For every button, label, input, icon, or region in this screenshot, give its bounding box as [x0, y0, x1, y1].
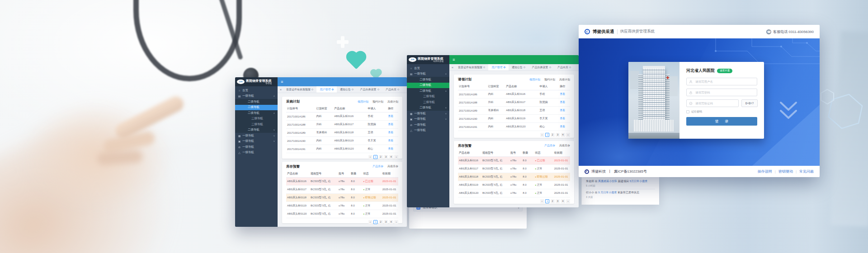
sidebar-item[interactable]: 二级导航 ∨ — [235, 127, 278, 133]
page-button[interactable]: 1 — [373, 155, 377, 159]
page-button[interactable]: › — [394, 155, 398, 159]
footer-link[interactable]: 操作说明 — [758, 169, 772, 174]
tab[interactable]: 通知公告 — [337, 86, 357, 93]
sidebar-item[interactable]: 二级导航 — [235, 99, 278, 105]
plan-filter-link[interactable]: 高值计划 — [559, 78, 570, 82]
page-button[interactable]: 2 — [379, 220, 383, 224]
password-input[interactable] — [694, 90, 755, 94]
tab[interactable]: 资质证件有效期预警 — [455, 64, 489, 70]
hamburger-icon[interactable]: ≡ — [453, 58, 455, 62]
view-link[interactable]: 查看 — [559, 107, 570, 115]
username-input[interactable] — [694, 80, 755, 84]
sidebar-item[interactable]: 二级导航 — [407, 77, 449, 83]
sidebar-item[interactable]: ▦ 一级导航 ∨ — [407, 111, 449, 117]
page-button[interactable]: 4 — [389, 220, 393, 224]
hamburger-icon[interactable]: ≡ — [281, 80, 283, 84]
view-link[interactable]: 查看 — [559, 115, 570, 123]
stock-filter-link[interactable]: 高值库存 — [559, 144, 570, 148]
sidebar-item[interactable]: ⌂ 首页 — [407, 66, 449, 71]
page-button[interactable]: 2 — [551, 133, 555, 137]
view-link[interactable]: 查看 — [559, 90, 570, 98]
tab[interactable]: 资质证件有效期预警 — [283, 86, 317, 93]
page-button[interactable]: 1 — [545, 133, 549, 137]
view-link[interactable]: 查看 — [559, 98, 570, 107]
sidebar-item-icon: △ — [238, 151, 241, 154]
sidebar-item[interactable]: ▣ 一级导航 ∨ — [235, 139, 278, 145]
page-button[interactable]: 1 — [545, 199, 549, 203]
page-button[interactable]: 3 — [556, 199, 560, 203]
sidebar-item[interactable]: ▣ 一级导航 ∨ — [407, 117, 449, 122]
hospital-badge[interactable]: 请求开通 — [717, 69, 732, 73]
tab[interactable]: 产品分类设置 — [528, 64, 554, 70]
sidebar-item[interactable]: ⊘ 一级导航 — [235, 144, 278, 150]
collapse-tabs-icon[interactable]: « — [280, 88, 282, 91]
view-link[interactable]: 查看 — [387, 121, 398, 129]
tab[interactable]: 用户管理 — [316, 86, 337, 93]
stock-filter-link[interactable]: 产品库存 — [544, 144, 555, 148]
footer-link[interactable]: 密钥驱动 — [778, 169, 793, 174]
page-button[interactable]: 4 — [561, 133, 565, 137]
page-button[interactable]: ‹ — [540, 133, 544, 137]
captcha-question[interactable]: 6+8=? — [741, 99, 758, 107]
plan-table-row: 20171001A190 内科 ABS床头柜0119 李天翼 查看 — [286, 137, 398, 145]
login-button[interactable]: 登 录 — [686, 117, 757, 126]
page-button[interactable]: 3 — [556, 133, 560, 137]
sidebar-item[interactable]: 二级导航 ∧ — [407, 88, 449, 94]
page-button[interactable]: 2 — [551, 199, 555, 203]
page-button[interactable]: › — [566, 199, 570, 203]
sidebar-item[interactable]: 二级导航 ∧ — [235, 110, 278, 116]
footer-link[interactable]: 常见问题 — [799, 169, 814, 174]
sidebar-item[interactable]: 三级导航 — [235, 122, 278, 127]
sidebar-item[interactable]: 三级导航 — [235, 116, 278, 122]
sidebar-item[interactable]: ▤ 一级导航 ∧ — [407, 71, 449, 77]
sidebar-item[interactable]: 三级导航 — [407, 99, 449, 105]
sidebar-item[interactable]: 三级导航 — [407, 94, 449, 100]
stock-filter-link[interactable]: 高值库存 — [387, 164, 398, 169]
feed-link[interactable]: 5月日常小需求 — [630, 180, 647, 183]
feed-link[interactable]: 5 月日常小需求 — [598, 191, 617, 194]
plan-filter-link[interactable]: 预约计划 — [373, 100, 383, 104]
feed-link[interactable]: 凤凰精英小分队 — [598, 180, 617, 183]
captcha-input[interactable] — [694, 101, 736, 105]
tab[interactable]: 产品出库 — [382, 86, 403, 93]
page-button[interactable]: 4 — [389, 155, 393, 159]
tab[interactable]: 通知公告 — [509, 64, 529, 70]
logo-icon: 博健 — [409, 57, 416, 62]
sidebar-item-label: 一级导航 — [242, 150, 274, 155]
tab[interactable]: 产品分类设置 — [357, 86, 382, 93]
plan-filter-link[interactable]: 高值计划 — [387, 100, 398, 104]
tab[interactable]: 用户管理 — [488, 64, 509, 70]
chevron-down-decoration — [779, 101, 798, 121]
plan-filter-link[interactable]: 领用计划 — [529, 78, 540, 82]
page-button[interactable]: 4 — [561, 199, 565, 203]
view-link[interactable]: 查看 — [387, 129, 398, 137]
plan-filter-link[interactable]: 领用计划 — [358, 100, 368, 104]
sidebar-item[interactable]: ▤ 一级导航 ∧ — [235, 94, 278, 99]
page-button[interactable]: › — [566, 133, 570, 137]
page-button[interactable]: ‹ — [368, 220, 373, 224]
page-button[interactable]: › — [394, 220, 398, 224]
sidebar-item[interactable]: 二级导航 — [407, 83, 449, 89]
page-button[interactable]: 1 — [373, 220, 377, 224]
plan-filter-link[interactable]: 预约计划 — [544, 78, 555, 82]
sidebar-item[interactable]: ▦ 一级导航 ∨ — [235, 133, 278, 139]
remember-checkbox[interactable] — [686, 110, 689, 113]
sidebar-item[interactable]: ⊘ 一级导航 — [407, 122, 449, 128]
page-button[interactable]: 2 — [379, 155, 383, 159]
tab[interactable]: 产品出库 — [554, 64, 575, 70]
view-link[interactable]: 查看 — [387, 145, 398, 153]
view-link[interactable]: 查看 — [559, 123, 570, 131]
sidebar-item[interactable]: △ 一级导航 — [407, 128, 449, 134]
view-link[interactable]: 查看 — [387, 137, 398, 145]
sidebar-item[interactable]: △ 一级导航 — [235, 150, 278, 156]
collapse-tabs-icon[interactable]: « — [452, 66, 453, 69]
page-button[interactable]: ‹ — [540, 199, 544, 203]
sidebar-item[interactable]: ⌂ 首页 — [235, 88, 278, 94]
sidebar-item[interactable]: 二级导航 — [235, 105, 278, 111]
sidebar-item[interactable]: 二级导航 ∨ — [407, 105, 449, 111]
view-link[interactable]: 查看 — [387, 112, 398, 121]
stock-filter-link[interactable]: 产品库存 — [373, 164, 383, 169]
page-button[interactable]: 3 — [384, 220, 388, 224]
page-button[interactable]: 3 — [384, 155, 388, 159]
page-button[interactable]: ‹ — [368, 155, 373, 159]
